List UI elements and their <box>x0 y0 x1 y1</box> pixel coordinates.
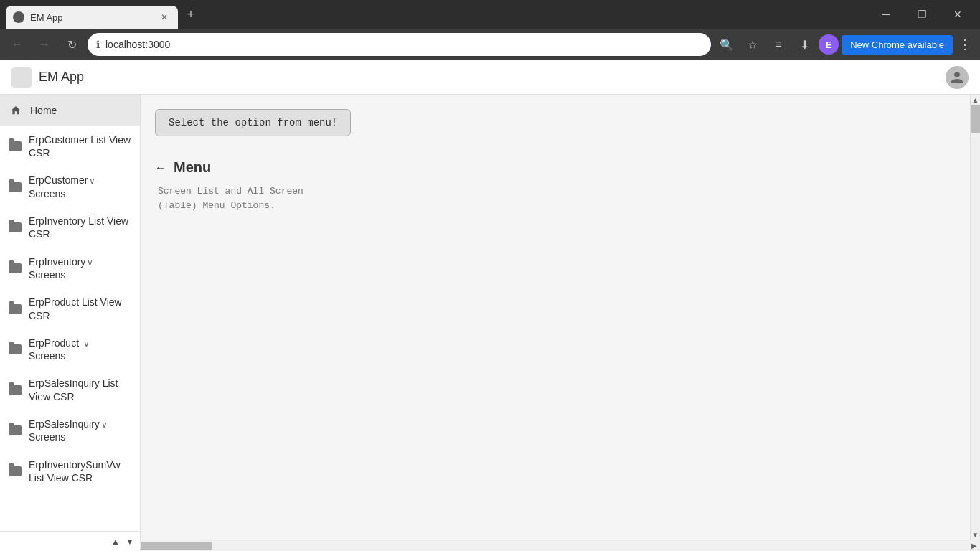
app-title: EM App <box>39 70 84 85</box>
sidebar-item-erp-inventory-sum-list[interactable]: ErpInventorySumVw List View CSR <box>0 451 140 491</box>
sidebar-label-home: Home <box>30 104 131 117</box>
sidebar-item-erp-customer-list[interactable]: ErpCustomer List View CSR <box>0 126 140 166</box>
app-logo <box>11 67 32 88</box>
browser-menu-button[interactable]: ⋮ <box>956 34 974 55</box>
app-header: EM App <box>0 60 980 95</box>
window-close-button[interactable]: ✕ <box>941 3 974 26</box>
right-scrollbar: ▲ ▼ <box>970 95 980 540</box>
tab-strip: EM App ✕ + <box>0 0 201 29</box>
select-option-text: Select the option from menu! <box>169 117 337 128</box>
chevron-erp-customer-screens: ∨ <box>89 176 95 186</box>
sidebar-scroll-down-button[interactable]: ▼ <box>123 534 137 549</box>
horizontal-scrollbar: ▶ <box>141 540 980 551</box>
chevron-erp-inventory-screens: ∨ <box>87 258 93 268</box>
minimize-button[interactable]: ─ <box>870 3 903 26</box>
sidebar-item-erp-sales-inquiry-screens[interactable]: ErpSalesInquiry∨Screens <box>0 410 140 451</box>
scroll-thumb[interactable] <box>971 105 980 133</box>
folder-icon-erp-inventory-screens <box>9 263 22 273</box>
tab-title: EM App <box>30 12 152 23</box>
sidebar-label-erp-customer-screens: ErpCustomer∨Screens <box>29 174 131 200</box>
extensions-icon[interactable]: ≡ <box>767 33 790 56</box>
sidebar-label-erp-product-list: ErpProduct List View CSR <box>29 296 131 321</box>
sidebar-item-erp-product-screens[interactable]: ErpProduct ∨Screens <box>0 329 140 370</box>
navigation-bar: ← → ↻ ℹ localhost:3000 🔍 ☆ ≡ ⬇ E New Chr… <box>0 29 980 60</box>
sidebar-item-erp-customer-screens[interactable]: ErpCustomer∨Screens <box>0 166 140 207</box>
window-controls: ─ ❐ ✕ <box>864 0 980 29</box>
title-bar: EM App ✕ + ─ ❐ ✕ <box>0 0 980 29</box>
sidebar-label-erp-inventory-screens: ErpInventory∨Screens <box>29 255 131 282</box>
sidebar-scroll-up-button[interactable]: ▲ <box>108 534 123 549</box>
app-area: EM App Home <box>0 60 980 551</box>
sidebar-label-erp-inventory-sum-list: ErpInventorySumVw List View CSR <box>29 458 131 484</box>
sidebar-content: Home ErpCustomer List View CSR ErpCustom… <box>0 95 140 531</box>
h-scroll-right-button[interactable]: ▶ <box>969 540 980 552</box>
folder-icon-erp-sales-inquiry-list <box>9 385 22 395</box>
sidebar-item-home[interactable]: Home <box>0 95 140 126</box>
tab-close-button[interactable]: ✕ <box>158 11 171 24</box>
menu-back-arrow: ← <box>155 161 166 174</box>
scroll-up-button[interactable]: ▲ <box>971 95 981 105</box>
menu-section: ← Menu Screen List and All Screen (Table… <box>155 159 956 212</box>
address-text: localhost:3000 <box>105 39 702 50</box>
sidebar-label-erp-inventory-list: ErpInventory List View CSR <box>29 215 131 240</box>
forward-button[interactable]: → <box>33 33 56 56</box>
folder-icon-erp-product-screens <box>9 344 22 354</box>
sidebar-label-erp-sales-inquiry-list: ErpSalesInquiry List View CSR <box>29 377 131 402</box>
sidebar-item-erp-inventory-list[interactable]: ErpInventory List View CSR <box>0 207 140 248</box>
nav-right-controls: 🔍 ☆ ≡ ⬇ E New Chrome available ⋮ <box>715 33 974 56</box>
folder-icon-erp-inventory-sum-list <box>9 466 22 476</box>
menu-heading: ← Menu <box>155 159 956 176</box>
download-icon[interactable]: ⬇ <box>793 33 816 56</box>
menu-description: Screen List and All Screen (Table) Menu … <box>155 184 956 212</box>
main-layout: Home ErpCustomer List View CSR ErpCustom… <box>0 95 980 551</box>
menu-description-line1: Screen List and All Screen <box>158 186 303 197</box>
home-icon <box>9 105 23 116</box>
sidebar-item-erp-product-list[interactable]: ErpProduct List View CSR <box>0 288 140 329</box>
info-icon: ℹ <box>96 39 100 50</box>
select-option-box: Select the option from menu! <box>155 109 351 136</box>
back-button[interactable]: ← <box>6 33 29 56</box>
menu-title: Menu <box>174 159 211 176</box>
folder-icon-erp-inventory-list <box>9 222 22 232</box>
folder-icon-erp-product-list <box>9 304 22 314</box>
new-tab-button[interactable]: + <box>181 4 201 24</box>
new-chrome-button[interactable]: New Chrome available <box>842 35 953 55</box>
content-area: Select the option from menu! ← Menu Scre… <box>141 95 970 540</box>
maximize-button[interactable]: ❐ <box>905 3 938 26</box>
bookmark-icon[interactable]: ☆ <box>741 33 764 56</box>
active-tab[interactable]: EM App ✕ <box>6 6 178 29</box>
address-bar[interactable]: ℹ localhost:3000 <box>88 33 711 56</box>
folder-icon-erp-customer-screens <box>9 182 22 192</box>
search-icon[interactable]: 🔍 <box>715 33 738 56</box>
profile-button[interactable]: E <box>819 34 839 55</box>
user-avatar[interactable] <box>946 66 969 89</box>
folder-icon-erp-customer-list <box>9 141 22 151</box>
tab-favicon <box>13 11 24 23</box>
reload-button[interactable]: ↻ <box>60 33 83 56</box>
app-header-right <box>946 66 969 89</box>
sidebar-label-erp-sales-inquiry-screens: ErpSalesInquiry∨Screens <box>29 418 131 444</box>
folder-icon-erp-sales-inquiry-screens <box>9 425 22 435</box>
menu-description-line2: (Table) Menu Options. <box>158 200 275 211</box>
sidebar: Home ErpCustomer List View CSR ErpCustom… <box>0 95 141 551</box>
chevron-erp-product-screens: ∨ <box>83 339 90 349</box>
h-scroll-track <box>141 540 969 551</box>
sidebar-item-erp-inventory-screens[interactable]: ErpInventory∨Screens <box>0 248 140 289</box>
scroll-down-button[interactable]: ▼ <box>971 529 981 540</box>
sidebar-label-erp-customer-list: ErpCustomer List View CSR <box>29 133 131 159</box>
sidebar-bottom-nav: ▲ ▼ <box>0 531 140 551</box>
sidebar-item-erp-sales-inquiry-list[interactable]: ErpSalesInquiry List View CSR <box>0 369 140 410</box>
sidebar-label-erp-product-screens: ErpProduct ∨Screens <box>29 336 131 363</box>
scroll-track <box>971 105 980 529</box>
chevron-erp-sales-inquiry-screens: ∨ <box>101 420 108 430</box>
h-scroll-thumb[interactable] <box>141 542 212 550</box>
